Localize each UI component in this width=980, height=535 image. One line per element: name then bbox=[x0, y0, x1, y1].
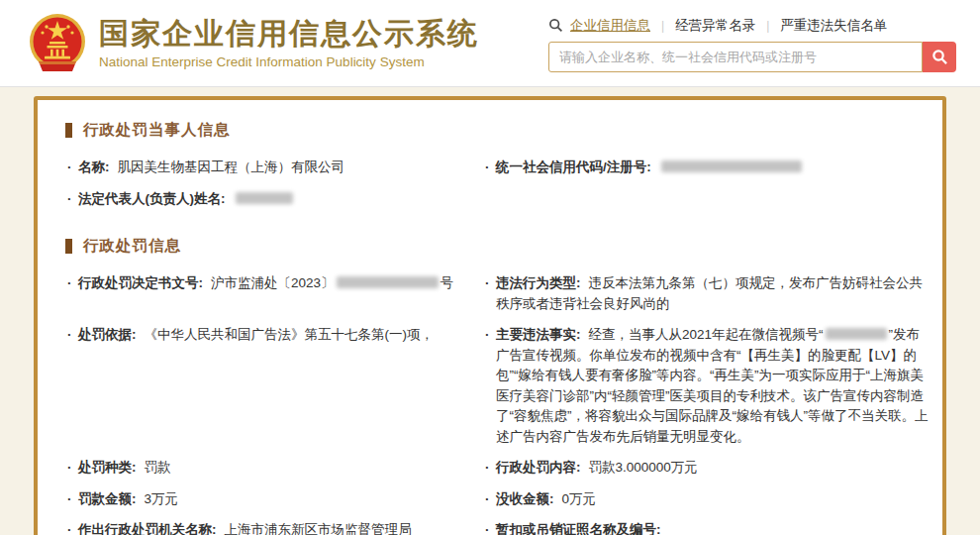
redacted-value bbox=[826, 328, 887, 340]
field-penalty-authority: 作出行政处罚机关名称:上海市浦东新区市场监督管理局 bbox=[65, 520, 483, 535]
penalty-detail-panel: 行政处罚当事人信息 名称:肌因美生物基因工程（上海）有限公司 统一社会信用代码/… bbox=[34, 96, 946, 535]
field-decision-doc-number: 行政处罚决定书文号:沪市监浦处〔2023〕号 bbox=[65, 273, 483, 294]
table-row: 罚款金额:3万元 没收金额:0万元 bbox=[65, 489, 942, 521]
table-row: 法定代表人(负责人)姓名: bbox=[65, 189, 942, 221]
field-confiscated-amount: 没收金额:0万元 bbox=[483, 489, 942, 510]
table-row: 名称:肌因美生物基因工程（上海）有限公司 统一社会信用代码/注册号: bbox=[65, 158, 942, 189]
nav-separator: | bbox=[661, 19, 664, 33]
field-license-suspension: 暂扣或吊销证照名称及编号: bbox=[483, 520, 942, 535]
search-bar bbox=[548, 42, 956, 72]
nav-abnormal-operations-list[interactable]: 经营异常名录 bbox=[675, 17, 755, 35]
table-row: 行政处罚决定书文号:沪市监浦处〔2023〕号 违法行为类型:违反本法第九条第（七… bbox=[65, 273, 942, 325]
table-row: 处罚依据:《中华人民共和国广告法》第五十七条第(一)项， 主要违法事实:经查，当… bbox=[65, 325, 942, 458]
search-input[interactable] bbox=[548, 42, 923, 72]
search-icon bbox=[548, 18, 563, 33]
search-icon bbox=[931, 49, 948, 65]
redacted-value bbox=[661, 160, 802, 172]
site-title: 国家企业信用信息公示系统 bbox=[99, 17, 479, 52]
field-penalty-content: 行政处罚内容:罚款3.000000万元 bbox=[483, 458, 942, 479]
section-heading: 行政处罚当事人信息 bbox=[65, 120, 942, 141]
nav-serious-violations-list[interactable]: 严重违法失信名单 bbox=[780, 17, 887, 35]
header-search-area: 企业信用信息 | 经营异常名录 | 严重违法失信名单 bbox=[548, 15, 956, 72]
nav-enterprise-credit-info[interactable]: 企业信用信息 bbox=[570, 17, 650, 35]
search-button[interactable] bbox=[923, 42, 956, 72]
section-penalty-party-info: 行政处罚当事人信息 名称:肌因美生物基因工程（上海）有限公司 统一社会信用代码/… bbox=[65, 120, 942, 220]
site-title-block: 国家企业信用信息公示系统 National Enterprise Credit … bbox=[99, 17, 479, 69]
field-enterprise-name: 名称:肌因美生物基因工程（上海）有限公司 bbox=[65, 158, 483, 178]
section-marker bbox=[65, 123, 72, 138]
field-fine-amount: 罚款金额:3万元 bbox=[65, 489, 483, 510]
section-title: 行政处罚当事人信息 bbox=[83, 120, 231, 141]
field-penalty-type: 处罚种类:罚款 bbox=[65, 458, 483, 479]
field-main-illegal-facts: 主要违法事实:经查，当事人从2021年起在微信视频号“”发布广告宣传视频。你单位… bbox=[483, 325, 942, 447]
national-emblem-logo bbox=[26, 12, 89, 75]
field-credit-code: 统一社会信用代码/注册号: bbox=[483, 158, 942, 178]
redacted-value bbox=[337, 276, 439, 288]
section-penalty-info: 行政处罚信息 行政处罚决定书文号:沪市监浦处〔2023〕号 违法行为类型:违反本… bbox=[65, 236, 942, 535]
field-penalty-basis: 处罚依据:《中华人民共和国广告法》第五十七条第(一)项， bbox=[65, 325, 483, 346]
site-header: 国家企业信用信息公示系统 National Enterprise Credit … bbox=[0, 0, 980, 87]
field-violation-type: 违法行为类型:违反本法第九条第（七）项规定，发布广告妨碍社会公共秩序或者违背社会… bbox=[483, 273, 942, 314]
redacted-value bbox=[236, 192, 293, 204]
site-subtitle: National Enterprise Credit Information P… bbox=[99, 54, 479, 69]
table-row: 作出行政处罚机关名称:上海市浦东新区市场监督管理局 暂扣或吊销证照名称及编号: bbox=[65, 520, 942, 535]
nav-separator: | bbox=[766, 19, 769, 33]
section-title: 行政处罚信息 bbox=[83, 236, 181, 257]
header-nav: 企业信用信息 | 经营异常名录 | 严重违法失信名单 bbox=[548, 17, 956, 35]
field-legal-representative: 法定代表人(负责人)姓名: bbox=[65, 189, 483, 210]
page-body: 行政处罚当事人信息 名称:肌因美生物基因工程（上海）有限公司 统一社会信用代码/… bbox=[0, 87, 980, 535]
section-heading: 行政处罚信息 bbox=[65, 236, 942, 257]
table-row: 处罚种类:罚款 行政处罚内容:罚款3.000000万元 bbox=[65, 458, 942, 489]
section-marker bbox=[65, 239, 72, 254]
